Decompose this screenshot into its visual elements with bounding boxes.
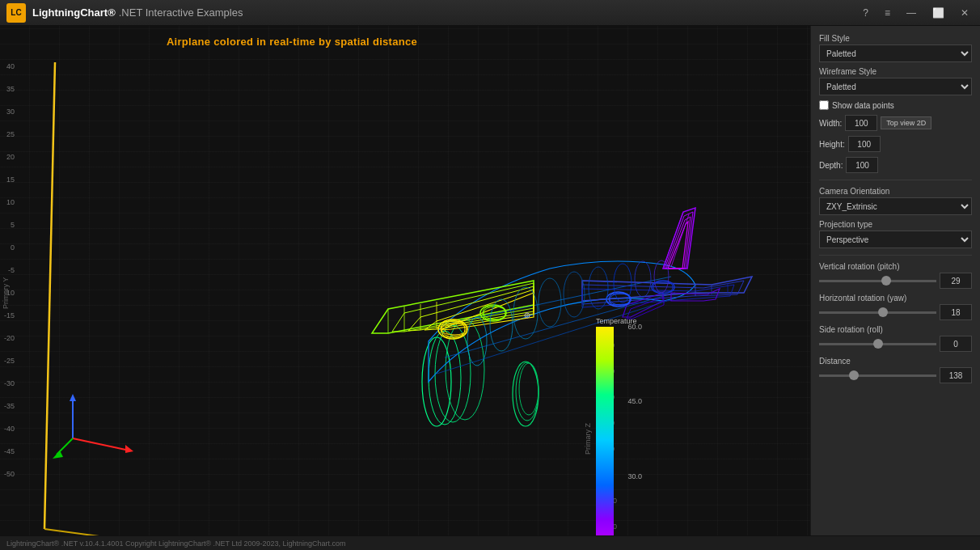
svg-point-57 xyxy=(519,363,539,415)
title-brand: LightningChart® xyxy=(32,6,116,19)
height-row: Height: xyxy=(819,136,972,152)
divider-2 xyxy=(819,255,972,256)
right-panel: Fill Style Paletted Solid Wireframe Wire… xyxy=(810,26,980,535)
temp-tick-30: 30.0 xyxy=(627,472,642,480)
side-rotation-label: Side rotation (roll) xyxy=(819,325,972,334)
vertical-rotation-slider-row xyxy=(819,273,972,289)
temperature-bar xyxy=(596,327,614,535)
width-label: Width: xyxy=(819,119,842,128)
minimize-button[interactable]: — xyxy=(902,6,921,20)
wireframe-style-label: Wireframe Style xyxy=(819,67,972,76)
distance-slider-row xyxy=(819,367,972,383)
titlebar: LC LightningChart® .NET Interactive Exam… xyxy=(0,0,980,26)
statusbar: LightningChart® .NET v.10.4.1.4001 Copyr… xyxy=(0,535,980,550)
statusbar-text: LightningChart® .NET v.10.4.1.4001 Copyr… xyxy=(6,539,346,548)
vertical-rotation-label: Vertical rotation (pitch) xyxy=(819,262,972,271)
help-button[interactable]: ? xyxy=(858,6,873,20)
maximize-button[interactable]: ⬜ xyxy=(927,6,949,20)
svg-marker-11 xyxy=(53,451,63,459)
projection-type-label: Projection type xyxy=(819,220,972,229)
depth-label: Depth: xyxy=(819,161,843,170)
titlebar-controls: ? ≡ — ⬜ ✕ xyxy=(858,6,974,20)
horizontal-rotation-label: Horizontal rotation (yaw) xyxy=(819,294,972,302)
fill-style-section: Fill Style Paletted Solid Wireframe xyxy=(819,34,972,62)
distance-label: Distance xyxy=(819,357,972,366)
fill-style-label: Fill Style xyxy=(819,34,972,43)
svg-point-32 xyxy=(435,325,471,422)
projection-type-select[interactable]: Perspective Orthographic xyxy=(819,231,972,248)
vertical-rotation-value[interactable] xyxy=(940,273,972,289)
top-view-2d-button[interactable]: Top view 2D xyxy=(881,116,931,129)
svg-point-65 xyxy=(635,261,651,297)
svg-marker-7 xyxy=(70,394,76,401)
vertical-rotation-slider[interactable] xyxy=(819,280,936,282)
distance-slider[interactable] xyxy=(819,374,936,377)
side-rotation-value[interactable] xyxy=(940,336,972,352)
distance-section: Distance xyxy=(819,357,972,383)
airplane-3d xyxy=(81,74,768,519)
app-logo: LC xyxy=(6,3,26,23)
temperature-legend: Temperature 60.0 45.0 30.0 15.0 °C xyxy=(596,317,628,535)
width-input[interactable] xyxy=(845,115,877,131)
divider-1 xyxy=(819,180,972,180)
side-rotation-slider[interactable] xyxy=(819,343,936,345)
horizontal-rotation-value[interactable] xyxy=(940,304,972,320)
fill-style-select[interactable]: Paletted Solid Wireframe xyxy=(819,44,972,62)
horizontal-rotation-slider-row xyxy=(819,304,972,320)
horizontal-rotation-slider[interactable] xyxy=(819,311,936,314)
camera-orientation-label: Camera Orientation xyxy=(819,187,972,196)
height-label: Height: xyxy=(819,140,845,149)
main-content: Airplane colored in real-time by spatial… xyxy=(0,26,980,535)
distance-value[interactable] xyxy=(940,367,972,383)
projection-type-section: Projection type Perspective Orthographic xyxy=(819,220,972,248)
title-dot-net: .NET Interactive Examples xyxy=(119,6,243,19)
camera-orientation-select[interactable]: ZXY_Extrinsic XYZ_Intrinsic xyxy=(819,197,972,215)
svg-point-62 xyxy=(564,272,585,317)
svg-point-55 xyxy=(513,362,539,426)
horizontal-rotation-section: Horizontal rotation (yaw) xyxy=(819,294,972,320)
camera-orientation-section: Camera Orientation ZXY_Extrinsic XYZ_Int… xyxy=(819,187,972,215)
side-rotation-section: Side rotation (roll) xyxy=(819,325,972,352)
width-row: Width: Top view 2D xyxy=(819,115,972,131)
menu-button[interactable]: ≡ xyxy=(880,6,895,20)
temperature-label: Temperature xyxy=(596,317,628,325)
show-data-points-label: Show data points xyxy=(832,101,894,110)
wireframe-style-select[interactable]: Paletted Solid None xyxy=(819,78,972,95)
temp-tick-45: 45.0 xyxy=(627,397,642,405)
svg-point-61 xyxy=(539,278,561,327)
depth-row: Depth: xyxy=(819,157,972,173)
chart-area[interactable]: Airplane colored in real-time by spatial… xyxy=(0,26,810,535)
svg-point-64 xyxy=(614,264,632,302)
side-rotation-slider-row xyxy=(819,336,972,352)
height-input[interactable] xyxy=(848,136,881,152)
svg-line-1 xyxy=(44,529,275,535)
show-data-points-row: Show data points xyxy=(819,100,972,110)
svg-point-66 xyxy=(654,260,669,293)
show-data-points-checkbox[interactable] xyxy=(819,100,829,110)
vertical-rotation-section: Vertical rotation (pitch) xyxy=(819,262,972,289)
temp-tick-60: 60.0 xyxy=(627,323,642,331)
depth-input[interactable] xyxy=(846,157,878,173)
chart-title: Airplane colored in real-time by spatial… xyxy=(0,36,584,48)
wireframe-style-section: Wireframe Style Paletted Solid None xyxy=(819,67,972,95)
close-button[interactable]: ✕ xyxy=(956,6,974,20)
svg-point-58 xyxy=(467,317,487,366)
